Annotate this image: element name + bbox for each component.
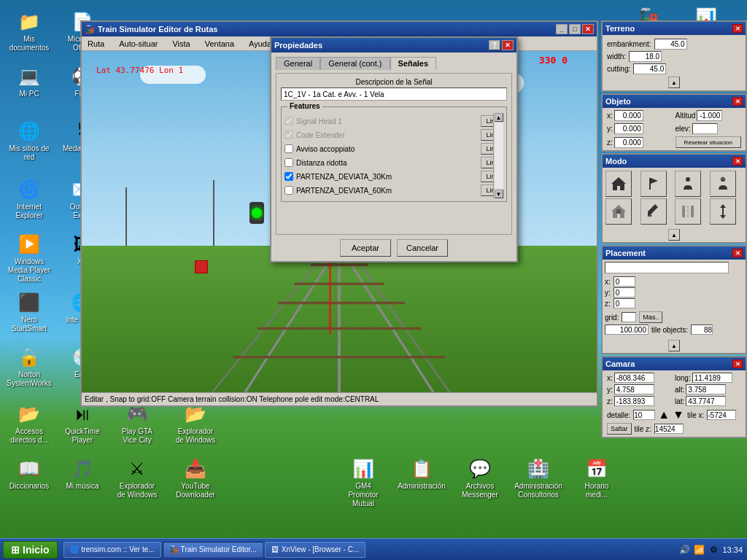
modo-btn-pencil[interactable]	[640, 198, 667, 225]
py-input[interactable]	[614, 287, 635, 298]
desktop-icon-age-of-empires[interactable]: ⚔ Explorador de Windows	[112, 454, 163, 502]
camara-close[interactable]: ✕	[732, 359, 743, 368]
tray-icon-3[interactable]: ⚙	[708, 544, 719, 556]
desktop-icon-youtube[interactable]: 📥 YouTube Downloader	[170, 454, 221, 502]
desktop-icon-ie[interactable]: 🌀 Internet Explorer	[4, 175, 55, 223]
icon-label: Explorador de Windows	[173, 427, 218, 445]
taskbar-item-2[interactable]: 🖼 XnView - [Browser - C...	[265, 542, 366, 558]
modo-close[interactable]: ✕	[732, 157, 743, 166]
svg-rect-9	[649, 178, 651, 190]
cam-tilez-input[interactable]	[654, 424, 684, 434]
obj-x-input[interactable]	[614, 110, 643, 121]
obj-z-input[interactable]	[614, 137, 643, 148]
terreno-up-arrow[interactable]: ▲	[668, 77, 680, 88]
feature-cb-3[interactable]	[285, 158, 293, 167]
cam-x-input[interactable]	[614, 373, 654, 383]
tab-general-cont[interactable]: General (cont.)	[320, 57, 390, 70]
modo-up-arrow[interactable]: ▲	[668, 229, 680, 241]
scroll-up[interactable]: ▲	[495, 113, 503, 122]
terreno-panel: Terreno ✕ embankment: width: cutting: ▲	[601, 20, 747, 92]
aceptar-button[interactable]: Aceptar	[340, 239, 391, 257]
cancelar-button[interactable]: Cancelar	[397, 239, 448, 257]
dialog-close[interactable]: ✕	[502, 40, 514, 50]
cutting-input[interactable]	[633, 63, 666, 74]
obj-y-input[interactable]	[614, 123, 643, 134]
dialog-help-btn[interactable]: ?	[489, 40, 500, 50]
tab-senales[interactable]: Señales	[390, 57, 437, 70]
menu-vista[interactable]: Vista	[169, 39, 193, 49]
svg-rect-17	[687, 206, 689, 209]
desktop-icon-nero[interactable]: ⬛ Nero StartSmart	[4, 288, 55, 336]
embankment-input[interactable]	[654, 39, 687, 50]
modo-btn-road[interactable]	[675, 198, 701, 225]
reset-btn[interactable]: Resetear situacion	[676, 136, 742, 148]
desktop-icon-admin-consul[interactable]: 🏥 Administración Consultorios	[513, 454, 564, 502]
modo-btn-home2[interactable]	[605, 198, 632, 225]
cam-detalle-input[interactable]	[633, 410, 655, 420]
maximize-button[interactable]: □	[569, 24, 581, 34]
modo-btn-person[interactable]	[675, 171, 701, 197]
taskbar-items: 🌀 trensim.com :: Ver te... 🚂 Train Simul…	[61, 542, 675, 558]
terreno-close[interactable]: ✕	[732, 24, 743, 33]
feature-cb-2[interactable]	[285, 144, 293, 153]
width-input[interactable]	[629, 51, 662, 62]
modo-btn-up[interactable]	[710, 171, 736, 197]
desktop-icon-messenger[interactable]: 💬 Archivos Messenger	[454, 454, 506, 502]
px-input[interactable]	[614, 276, 635, 287]
tray-icon-2[interactable]: 📶	[693, 544, 705, 556]
mas-button[interactable]: Mas..	[639, 311, 662, 323]
placement-up-arrow[interactable]: ▲	[668, 340, 680, 351]
placement-name-input[interactable]	[605, 262, 729, 273]
tray-icon-1[interactable]: 🔊	[678, 544, 690, 556]
modo-btn-move[interactable]	[710, 198, 736, 225]
start-button[interactable]: ⊞ Inicio	[3, 541, 58, 559]
feature-cb-5[interactable]	[285, 186, 293, 195]
objeto-titlebar: Objeto ✕	[603, 95, 746, 108]
scroll-down[interactable]: ▼	[495, 190, 503, 198]
cam-detalle-up[interactable]: ▲	[658, 408, 670, 421]
tile-objects-input[interactable]	[691, 324, 713, 335]
desktop-icon-mi-musica[interactable]: 🎵 Mi música	[57, 454, 108, 494]
desktop-icon-admin[interactable]: 📋 Administración	[396, 454, 447, 494]
cam-lat-input[interactable]	[686, 396, 726, 406]
taskbar-item-0[interactable]: 🌀 trensim.com :: Ver te...	[63, 542, 161, 558]
placement-close[interactable]: ✕	[732, 249, 743, 257]
desktop-icon-accesos[interactable]: 📂 Accesos directos d...	[4, 400, 55, 448]
cam-detalle-down[interactable]: ▼	[673, 408, 684, 421]
desktop-icon-gm4[interactable]: 📊 GM4 Promotor Mutual	[338, 454, 389, 511]
propiedades-dialog: Propiedades ? ✕ General General (cont.) …	[270, 36, 518, 262]
menu-ruta[interactable]: Ruta	[85, 39, 107, 49]
desktop-icon-mis-sitios[interactable]: 🌐 Mis sitios de red	[4, 117, 55, 165]
desc-input[interactable]	[281, 88, 507, 101]
dialog-tabs: General General (cont.) Señales	[276, 57, 512, 70]
svg-rect-16	[691, 206, 694, 217]
cam-y-input[interactable]	[614, 384, 654, 394]
pz-input[interactable]	[614, 298, 635, 308]
desktop-icon-media-player[interactable]: ▶️ Windows Media Player Classic	[4, 230, 55, 287]
tab-general[interactable]: General	[276, 57, 320, 70]
modo-btn-home[interactable]	[605, 171, 632, 197]
cam-z-input[interactable]	[614, 396, 654, 406]
desktop-icon-mis-documentos[interactable]: 📁 Mis documentos	[4, 7, 55, 55]
objeto-close[interactable]: ✕	[732, 97, 743, 106]
cam-alt-input[interactable]	[686, 384, 726, 394]
modo-btn-flag[interactable]	[640, 171, 667, 197]
cam-lat-label: lat:	[675, 397, 684, 405]
obj-altitud-input[interactable]	[697, 110, 722, 121]
menu-autosituar[interactable]: Auto-situar	[116, 39, 160, 49]
minimize-button[interactable]: _	[556, 24, 568, 34]
desktop-icon-diccionarios[interactable]: 📖 Diccionarios	[4, 454, 55, 494]
cam-long-input[interactable]	[692, 373, 732, 383]
grid-checkbox-input[interactable]	[622, 312, 636, 322]
feature-cb-4[interactable]	[285, 172, 293, 181]
desktop-icon-norton[interactable]: 🔒 Norton SystemWorks	[4, 343, 55, 391]
placement-bottom-input[interactable]	[605, 324, 649, 335]
desktop-icon-mi-pc[interactable]: 💻 Mi PC	[4, 62, 55, 101]
svg-marker-10	[651, 178, 658, 184]
saltar-button[interactable]: Saltar	[607, 423, 632, 435]
cam-tilex-input[interactable]	[707, 410, 736, 420]
taskbar-item-1[interactable]: 🚂 Train Simulator Editor...	[163, 542, 263, 558]
obj-elev-input[interactable]	[692, 123, 718, 134]
close-button[interactable]: ✕	[582, 24, 594, 34]
menu-ventana[interactable]: Ventana	[202, 39, 237, 49]
